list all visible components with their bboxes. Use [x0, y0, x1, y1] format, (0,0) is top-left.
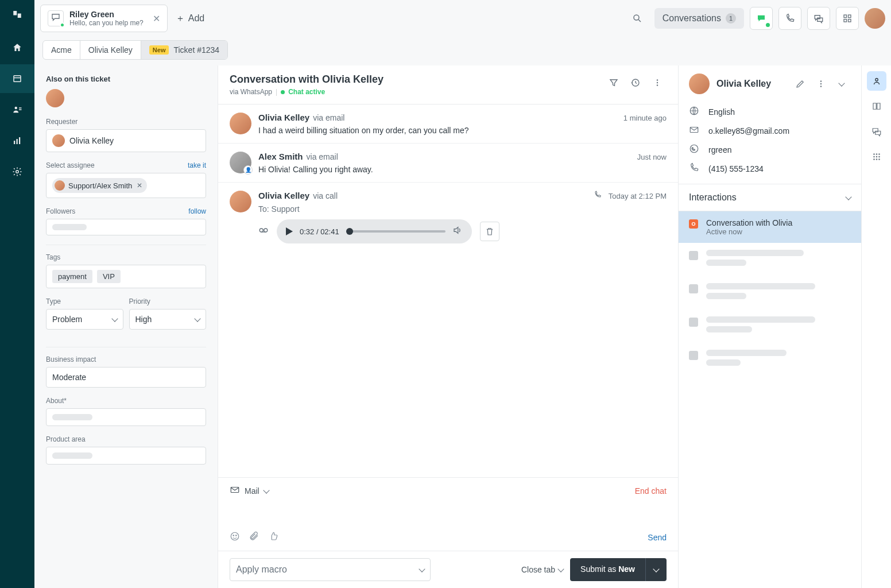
tags-field[interactable]: payment VIP [46, 265, 206, 288]
conversation-panel: Conversation with Olivia Kelley via What… [218, 65, 679, 588]
messaging-button[interactable] [807, 7, 830, 30]
chat-channel-button[interactable] [750, 7, 773, 30]
play-button[interactable] [286, 227, 293, 235]
side-conversations-tab[interactable] [867, 122, 886, 141]
svg-point-19 [259, 229, 263, 232]
submit-button[interactable]: Submit as New [570, 558, 645, 581]
business-impact-select[interactable]: Moderate [46, 367, 206, 388]
history-button[interactable] [626, 74, 645, 92]
edit-button[interactable] [791, 75, 809, 93]
svg-point-2 [15, 107, 18, 110]
active-marker-icon: O [689, 219, 698, 229]
interaction-item-placeholder [679, 243, 861, 276]
tag-pill[interactable]: payment [52, 270, 92, 283]
assignee-field[interactable]: Support/Alex Smith✕ [46, 173, 206, 198]
product-area-label: Product area [46, 435, 206, 443]
attachment-button[interactable] [249, 531, 259, 544]
agent-badge-icon: 👤 [243, 165, 253, 175]
submit-button-group: Submit as New [570, 558, 667, 581]
chevron-down-icon[interactable] [264, 486, 269, 496]
follow-link[interactable]: follow [188, 207, 206, 215]
add-tab-button[interactable]: ＋Add [168, 8, 212, 29]
user-context-tab[interactable] [867, 71, 886, 91]
sender-avatar [230, 113, 251, 134]
priority-select[interactable]: High [129, 309, 207, 330]
svg-rect-14 [849, 20, 851, 22]
chat-icon [51, 12, 61, 25]
submit-dropdown-button[interactable] [645, 558, 667, 581]
breadcrumb-ticket[interactable]: New Ticket #1234 [141, 41, 227, 59]
more-options-button[interactable] [812, 75, 830, 93]
emoji-button[interactable] [230, 531, 240, 544]
timeline-marker-icon [689, 351, 698, 360]
nav-views[interactable] [0, 64, 34, 93]
mail-icon [230, 485, 240, 497]
workspace-tab[interactable]: Riley Green Hello, can you help me? ✕ [40, 5, 168, 32]
svg-point-16 [657, 79, 658, 80]
about-select[interactable] [46, 408, 206, 426]
conversations-button[interactable]: Conversations1 [654, 8, 744, 29]
volume-icon[interactable] [452, 225, 463, 238]
requester-field[interactable]: Olivia Kelley [46, 129, 206, 152]
conversations-count-badge: 1 [726, 13, 736, 24]
viewer-avatar[interactable] [46, 89, 64, 107]
svg-point-34 [875, 153, 877, 155]
svg-point-33 [873, 153, 875, 155]
svg-point-18 [657, 84, 658, 86]
requester-label: Requester [46, 118, 206, 126]
nav-customers[interactable] [0, 95, 34, 124]
compose-channel[interactable]: Mail [245, 486, 259, 496]
svg-point-23 [231, 532, 239, 540]
compose-area: Mail End chat Send [218, 477, 678, 551]
online-dot-icon [60, 22, 65, 28]
interaction-item-active[interactable]: O Conversation with OliviaActive now [679, 211, 861, 243]
search-button[interactable] [626, 7, 649, 30]
about-label: About* [46, 397, 206, 405]
collapse-button[interactable] [832, 75, 851, 93]
tag-pill[interactable]: VIP [97, 270, 121, 283]
more-options-button[interactable] [648, 74, 667, 92]
apps-tab[interactable] [867, 147, 886, 167]
svg-rect-22 [231, 488, 239, 493]
type-select[interactable]: Problem [46, 309, 123, 330]
thumbs-up-button[interactable] [269, 531, 279, 544]
take-it-link[interactable]: take it [188, 161, 206, 169]
audio-seek-track[interactable] [346, 230, 445, 233]
filter-button[interactable] [605, 74, 623, 92]
ticket-properties-panel: Also on this ticket Requester Olivia Kel… [34, 65, 218, 588]
active-dot-icon [281, 90, 285, 94]
svg-line-10 [638, 20, 641, 22]
voicemail-player: 0:32 / 02:41 [258, 219, 667, 243]
profile-avatar[interactable] [865, 8, 885, 29]
nav-home[interactable] [0, 33, 34, 62]
assignee-pill[interactable]: Support/Alex Smith✕ [52, 178, 147, 193]
close-tab-button[interactable]: Close tab [521, 565, 563, 574]
knowledge-tab[interactable] [867, 96, 886, 116]
apps-grid-button[interactable] [836, 7, 859, 30]
svg-point-8 [16, 171, 19, 173]
talk-channel-button[interactable] [778, 7, 801, 30]
audio-seek-handle[interactable] [346, 228, 353, 235]
product-area-select[interactable] [46, 447, 206, 465]
avatar-icon [55, 180, 65, 191]
end-chat-link[interactable]: End chat [635, 486, 667, 496]
top-bar: Riley Green Hello, can you help me? ✕ ＋A… [34, 0, 891, 37]
svg-point-32 [875, 79, 878, 82]
nav-admin[interactable] [0, 157, 34, 186]
left-nav-rail [0, 0, 34, 588]
remove-assignee-icon[interactable]: ✕ [137, 181, 142, 189]
breadcrumb-org[interactable]: Acme [43, 41, 80, 59]
svg-rect-11 [844, 15, 847, 18]
apply-macro-select[interactable]: Apply macro [230, 558, 431, 581]
customer-avatar[interactable] [689, 74, 710, 94]
delete-recording-button[interactable] [480, 222, 499, 241]
nav-reporting[interactable] [0, 126, 34, 155]
send-link[interactable]: Send [648, 533, 667, 542]
followers-field[interactable] [46, 219, 206, 235]
status-badge: New [149, 45, 169, 55]
breadcrumb-user[interactable]: Olivia Kelley [80, 41, 141, 59]
interactions-heading[interactable]: Interactions [679, 184, 861, 211]
language-row: English [679, 102, 861, 121]
timeline-marker-icon [689, 251, 698, 260]
close-tab-icon[interactable]: ✕ [153, 13, 160, 24]
